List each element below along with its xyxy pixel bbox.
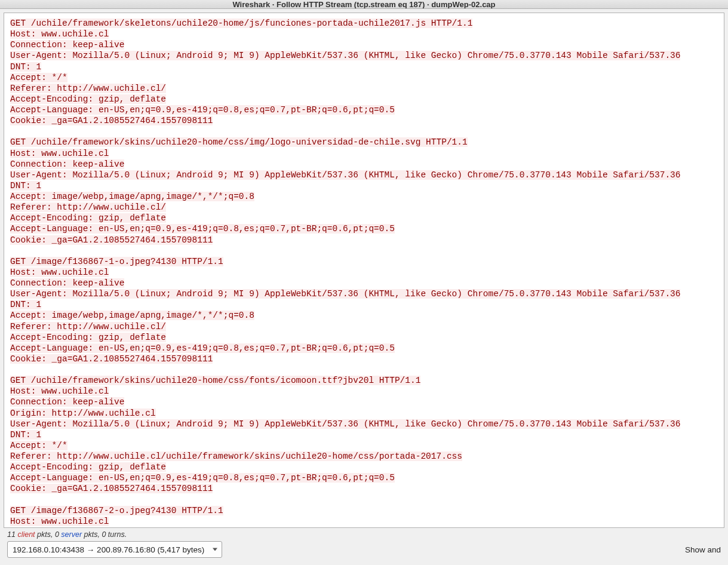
stats-mid1: pkts, 0: [35, 530, 62, 539]
stream-selector-dropdown[interactable]: 192.168.0.10:43438 → 200.89.76.16:80 (5,…: [7, 541, 222, 558]
window-title-bar: Wireshark · Follow HTTP Stream (tcp.stre…: [0, 0, 728, 9]
http-stream-text[interactable]: GET /uchile/framework/skeletons/uchile20…: [4, 13, 724, 528]
stats-client-label: client: [17, 530, 35, 539]
packet-stats: 11 client pkts, 0 server pkts, 0 turns.: [4, 528, 724, 540]
stats-suffix: pkts, 0 turns.: [82, 530, 127, 539]
stats-server-label: server: [61, 530, 82, 539]
bottom-controls: 192.168.0.10:43438 → 200.89.76.16:80 (5,…: [4, 540, 724, 561]
stream-selector-value: 192.168.0.10:43438 → 200.89.76.16:80 (5,…: [13, 545, 204, 554]
window-title: Wireshark · Follow HTTP Stream (tcp.stre…: [232, 0, 495, 9]
content-area: GET /uchile/framework/skeletons/uchile20…: [0, 9, 728, 565]
show-and-label: Show and: [685, 545, 721, 554]
stats-prefix: 11: [7, 530, 17, 539]
